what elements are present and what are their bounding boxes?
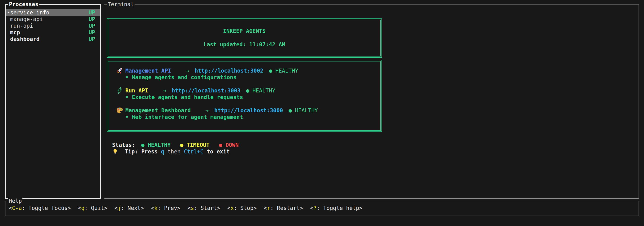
arrow-right-icon: → — [163, 87, 166, 94]
process-name: dashboard — [10, 36, 88, 42]
green-dot-icon: ● — [141, 142, 144, 148]
service-description: • Execute agents and handle requests — [125, 94, 380, 100]
arrow-right-icon: → — [206, 107, 209, 114]
process-status-badge: UP — [88, 9, 95, 16]
bolt-icon — [116, 87, 125, 94]
tip-line: Tip: Press q then Ctrl+C to exit — [112, 148, 239, 155]
process-row-dashboard[interactable]: dashboard UP — [6, 36, 100, 42]
service-management-api: Management API → http://localhost:3002 ●… — [116, 67, 380, 81]
rocket-icon — [116, 67, 125, 74]
selected-bullet-icon: • — [7, 9, 10, 16]
process-row-run-api[interactable]: run-api UP — [6, 23, 100, 29]
help-item-stop: <x: Stop> — [227, 205, 257, 211]
service-health: HEALTHY — [252, 87, 275, 94]
processes-panel[interactable]: Processes • service-info UP manage-api U… — [5, 4, 101, 199]
help-item-prev: <k: Prev> — [151, 205, 180, 211]
process-row-service-info[interactable]: • service-info UP — [6, 9, 100, 16]
help-item-quit: <q: Quit> — [78, 205, 108, 211]
last-updated-text: Last updated: 11:07:42 AM — [108, 41, 380, 48]
process-status-badge: UP — [88, 23, 95, 29]
service-health: HEALTHY — [295, 107, 318, 114]
terminal-panel[interactable]: Terminal INKEEP AGENTS Last updated: 11:… — [104, 4, 639, 199]
process-status-badge: UP — [88, 29, 95, 36]
status-legend: Status: ● HEALTHY ● TIMEOUT ● DOWN — [112, 142, 239, 148]
process-name: manage-api — [10, 16, 88, 23]
key-q: q — [161, 148, 164, 155]
service-name: Run API — [125, 87, 148, 94]
processes-panel-title: Processes — [8, 1, 39, 8]
help-item-restart: <r: Restart> — [264, 205, 303, 211]
healthy-dot-icon: ● — [289, 107, 292, 114]
process-row-manage-api[interactable]: manage-api UP — [6, 16, 100, 23]
service-health: HEALTHY — [275, 67, 298, 74]
terminal-panel-title: Terminal — [107, 1, 134, 8]
lightbulb-icon — [112, 148, 122, 155]
service-name: Management Dashboard — [125, 107, 191, 114]
arrow-right-icon: → — [186, 67, 189, 74]
process-name: run-api — [10, 23, 88, 29]
service-url[interactable]: http://localhost:3003 — [172, 87, 240, 94]
service-description: • Web interface for agent management — [125, 114, 380, 120]
yellow-dot-icon: ● — [180, 142, 184, 148]
process-list: • service-info UP manage-api UP run-api … — [6, 9, 100, 42]
palette-icon — [116, 107, 125, 114]
process-name: mcp — [10, 29, 88, 36]
help-item-next: <j: Next> — [114, 205, 144, 211]
status-label: Status: — [112, 142, 135, 148]
legend-healthy: ● HEALTHY — [141, 142, 171, 148]
service-run-api: Run API → http://localhost:3003 ● HEALTH… — [116, 87, 380, 100]
help-item-start: <s: Start> — [188, 205, 220, 211]
help-item-toggle-help: <?: Toggle help> — [310, 205, 362, 211]
healthy-dot-icon: ● — [269, 67, 272, 74]
service-url[interactable]: http://localhost:3002 — [195, 67, 264, 74]
service-url[interactable]: http://localhost:3000 — [214, 107, 283, 114]
help-items: <C-a: Toggle focus> <q: Quit> <j: Next> … — [9, 205, 638, 211]
legend-down: ● DOWN — [219, 142, 239, 148]
process-row-mcp[interactable]: mcp UP — [6, 29, 100, 36]
service-name: Management API — [125, 67, 171, 74]
legend-timeout: ● TIMEOUT — [180, 142, 210, 148]
key-ctrl-c: Ctrl+C — [184, 148, 204, 155]
process-name: service-info — [10, 9, 88, 16]
tip-label: Tip: — [125, 148, 138, 155]
process-status-badge: UP — [88, 36, 95, 42]
red-dot-icon: ● — [219, 142, 222, 148]
terminal-footer: Status: ● HEALTHY ● TIMEOUT ● DOWN — [112, 142, 239, 155]
services-box: Management API → http://localhost:3002 ●… — [107, 60, 382, 132]
header-box: INKEEP AGENTS Last updated: 11:07:42 AM — [107, 19, 382, 58]
help-panel: Help <C-a: Toggle focus> <q: Quit> <j: N… — [5, 201, 639, 216]
dashboard-title: INKEEP AGENTS — [108, 28, 380, 34]
help-item-toggle-focus: <C-a: Toggle focus> — [9, 205, 71, 211]
healthy-dot-icon: ● — [246, 87, 250, 94]
service-description: • Manage agents and configurations — [125, 74, 380, 81]
process-status-badge: UP — [88, 16, 95, 23]
help-panel-title: Help — [8, 198, 22, 204]
service-management-dashboard: Management Dashboard → http://localhost:… — [116, 107, 380, 120]
